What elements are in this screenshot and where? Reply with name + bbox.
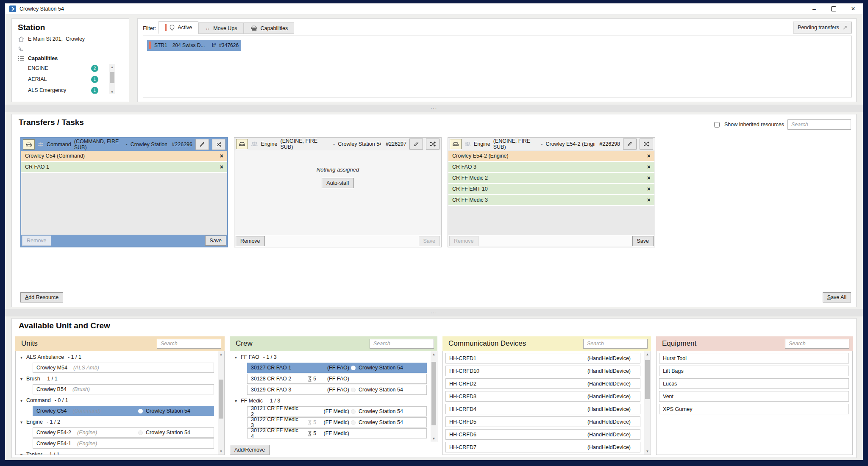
remove-item-icon[interactable]: × bbox=[647, 153, 651, 159]
equipment-search-input[interactable] bbox=[785, 339, 849, 349]
chevron-down-icon[interactable]: ▾ bbox=[20, 377, 22, 381]
transfers-search-input[interactable] bbox=[787, 119, 851, 130]
task-card-engine-2[interactable]: Engine (ENGINE, FIRE SUB) - Crowley E54-… bbox=[448, 137, 655, 247]
equipment-row[interactable]: Lift Bags bbox=[659, 366, 849, 376]
remove-item-icon[interactable]: × bbox=[220, 164, 223, 170]
unit-group[interactable]: ▾ Tanker - 1 / 1 bbox=[16, 449, 224, 455]
chevron-down-icon[interactable]: ▾ bbox=[235, 399, 237, 403]
crew-row[interactable]: 30121 CR FF Medic 2 (FF Medic) Crowley S… bbox=[247, 406, 427, 416]
add-resource-button[interactable]: Add Resource bbox=[20, 292, 63, 302]
save-button[interactable]: Save bbox=[205, 236, 227, 246]
crew-row[interactable]: 30128 CR FAO 2 5 (FF FAO) bbox=[247, 374, 427, 384]
scroll-down-icon[interactable]: ▼ bbox=[218, 448, 224, 455]
pending-transfers-button[interactable]: Pending transfers bbox=[793, 22, 852, 33]
section-splitter[interactable]: ··· bbox=[5, 105, 863, 112]
assigned-crew-row[interactable]: CR FF Medic 2 × bbox=[448, 173, 654, 184]
unit-row[interactable]: Crowley M54 (ALS Amb) bbox=[33, 363, 214, 373]
scroll-down-icon[interactable]: ▼ bbox=[431, 435, 437, 442]
auto-staff-shuffle-button[interactable] bbox=[640, 139, 653, 150]
tab-active[interactable]: Active bbox=[159, 21, 198, 34]
devices-scrollbar[interactable]: ▲ ▼ bbox=[644, 351, 651, 455]
units-search-input[interactable] bbox=[157, 339, 221, 349]
remove-item-icon[interactable]: × bbox=[647, 175, 651, 181]
chevron-down-icon[interactable]: ▾ bbox=[20, 355, 22, 360]
scrollbar-thumb[interactable] bbox=[219, 380, 223, 419]
remove-button[interactable]: Remove bbox=[236, 236, 265, 246]
save-button[interactable]: Save bbox=[419, 236, 440, 246]
edit-button[interactable] bbox=[409, 139, 423, 150]
task-card-header[interactable]: Engine (ENGINE, FIRE SUB) - Crowley Stat… bbox=[234, 138, 441, 150]
remove-item-icon[interactable]: × bbox=[647, 197, 651, 203]
show-inherited-checkbox[interactable] bbox=[714, 122, 720, 128]
task-card-engine-1[interactable]: Engine (ENGINE, FIRE SUB) - Crowley Stat… bbox=[234, 137, 442, 247]
add-remove-button[interactable]: Add/Remove bbox=[230, 445, 270, 455]
task-card-header[interactable]: Engine (ENGINE, FIRE SUB) - Crowley E54-… bbox=[448, 138, 655, 150]
unit-group[interactable]: ▾ ALS Ambulance - 1 / 1 bbox=[16, 352, 224, 362]
unit-row[interactable]: Crowley E54-2 (Engine) Crowley Station 5… bbox=[33, 427, 214, 438]
edit-button[interactable] bbox=[623, 139, 637, 150]
section-splitter[interactable]: ··· bbox=[5, 309, 863, 316]
unit-row-selected[interactable]: Crowley C54 (Command) Crowley Station 54 bbox=[33, 406, 214, 416]
device-row[interactable]: HH-CRFD3(HandHeldDevice) bbox=[445, 391, 640, 402]
scroll-down-icon[interactable]: ▼ bbox=[109, 89, 115, 94]
assigned-unit-row[interactable]: Crowley C54 (Command) × bbox=[21, 151, 227, 162]
scrollbar-thumb[interactable] bbox=[645, 360, 650, 399]
scroll-up-icon[interactable]: ▲ bbox=[109, 64, 115, 70]
scrollbar-thumb[interactable] bbox=[431, 362, 436, 425]
remove-button[interactable]: Remove bbox=[22, 236, 51, 246]
minimize-button[interactable]: – bbox=[804, 3, 824, 14]
edit-button[interactable] bbox=[195, 139, 209, 150]
scroll-up-icon[interactable]: ▲ bbox=[218, 351, 224, 358]
unit-group[interactable]: ▾ Command - 0 / 1 bbox=[16, 395, 224, 405]
device-row[interactable]: HH-CRFD6(HandHeldDevice) bbox=[445, 429, 640, 440]
chevron-down-icon[interactable]: ▾ bbox=[20, 420, 22, 424]
crew-row-selected[interactable]: 30127 CR FAO 1 (FF FAO) Crowley Station … bbox=[247, 363, 427, 373]
close-button[interactable]: × bbox=[843, 3, 863, 14]
assigned-unit-row[interactable]: Crowley E54-2 (Engine) × bbox=[448, 151, 654, 162]
equipment-row[interactable]: Lucas bbox=[659, 378, 849, 389]
capabilities-scrollbar[interactable]: ▲ ▼ bbox=[109, 64, 115, 94]
auto-staff-shuffle-button[interactable] bbox=[426, 139, 440, 150]
save-button[interactable]: Save bbox=[632, 236, 654, 246]
crew-row[interactable]: 30123 CR FF Medic 4 5 (FF Medic) bbox=[247, 428, 427, 438]
equipment-row[interactable]: Vent bbox=[659, 391, 849, 402]
device-row[interactable]: HH-CRFD7(HandHeldDevice) bbox=[445, 442, 640, 452]
chevron-down-icon[interactable]: ▾ bbox=[20, 398, 22, 403]
remove-button[interactable]: Remove bbox=[449, 236, 479, 246]
auto-staff-shuffle-button[interactable] bbox=[212, 139, 225, 150]
equipment-row[interactable]: Hurst Tool bbox=[659, 353, 849, 363]
chevron-down-icon[interactable]: ▾ bbox=[20, 452, 22, 455]
incident-row[interactable]: STR1 204 Swiss D... I# #347626 bbox=[147, 40, 241, 51]
device-row[interactable]: HH-CRFD8(HandHeldDevice) bbox=[445, 455, 640, 455]
task-card-command[interactable]: Command (COMMAND, FIRE SUB) - Crowley St… bbox=[20, 137, 228, 247]
save-all-button[interactable]: Save All bbox=[823, 292, 851, 302]
units-scrollbar[interactable]: ▲ ▼ bbox=[218, 351, 224, 455]
device-row[interactable]: HH-CRFD1(HandHeldDevice) bbox=[445, 353, 640, 363]
tab-capabilities[interactable]: Capabilities bbox=[244, 22, 295, 34]
device-row[interactable]: HH-CRFD5(HandHeldDevice) bbox=[445, 416, 640, 427]
remove-item-icon[interactable]: × bbox=[647, 186, 651, 192]
crew-row[interactable]: 30129 CR FAO 3 (FF FAO) Crowley Station … bbox=[247, 385, 427, 395]
devices-search-input[interactable] bbox=[583, 339, 648, 349]
assigned-crew-row[interactable]: CR FF Medic 3 × bbox=[448, 195, 654, 206]
device-row[interactable]: HH-CRFD10(HandHeldDevice) bbox=[445, 366, 640, 376]
remove-item-icon[interactable]: × bbox=[647, 164, 651, 170]
crew-row[interactable]: 30122 CR FF Medic 3 5 (FF Medic) Crowley… bbox=[247, 417, 427, 427]
crew-group[interactable]: ▾ FF FAO - 1 / 3 bbox=[230, 352, 437, 362]
equipment-row[interactable]: XPS Gurney bbox=[659, 404, 849, 414]
unit-group[interactable]: ▾ Brush - 1 / 1 bbox=[16, 374, 224, 384]
unit-group[interactable]: ▾ Engine - 1 / 2 bbox=[16, 417, 224, 427]
assigned-crew-row[interactable]: CR FAO 3 × bbox=[448, 162, 654, 173]
task-card-header[interactable]: Command (COMMAND, FIRE SUB) - Crowley St… bbox=[21, 138, 227, 151]
unit-row[interactable]: Crowley E54-1 (Engine) bbox=[33, 438, 214, 449]
scrollbar-thumb[interactable] bbox=[110, 72, 114, 83]
crew-search-input[interactable] bbox=[370, 339, 434, 349]
scroll-down-icon[interactable]: ▼ bbox=[644, 448, 651, 455]
assigned-crew-row[interactable]: CR FAO 1 × bbox=[21, 162, 227, 173]
assigned-crew-row[interactable]: CR FF EMT 10 × bbox=[448, 184, 654, 195]
scroll-up-icon[interactable]: ▲ bbox=[431, 351, 437, 358]
chevron-down-icon[interactable]: ▾ bbox=[235, 355, 237, 360]
maximize-button[interactable] bbox=[824, 3, 843, 14]
device-row[interactable]: HH-CRFD4(HandHeldDevice) bbox=[445, 404, 640, 414]
auto-staff-button[interactable]: Auto-staff bbox=[322, 178, 353, 188]
